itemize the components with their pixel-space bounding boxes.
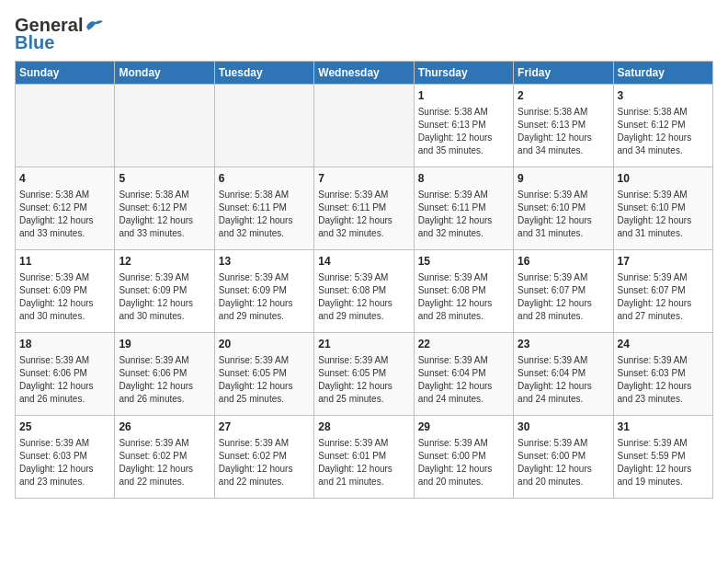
day-number: 21 bbox=[318, 337, 409, 352]
day-info: Sunrise: 5:38 AM Sunset: 6:11 PM Dayligh… bbox=[219, 189, 310, 240]
day-cell: 20Sunrise: 5:39 AM Sunset: 6:05 PM Dayli… bbox=[214, 333, 313, 416]
day-cell bbox=[115, 85, 214, 167]
day-cell: 13Sunrise: 5:39 AM Sunset: 6:09 PM Dayli… bbox=[214, 250, 313, 333]
day-info: Sunrise: 5:39 AM Sunset: 6:06 PM Dayligh… bbox=[119, 354, 210, 406]
day-info: Sunrise: 5:39 AM Sunset: 6:07 PM Dayligh… bbox=[618, 271, 709, 323]
day-cell: 14Sunrise: 5:39 AM Sunset: 6:08 PM Dayli… bbox=[314, 250, 414, 333]
col-header-tuesday: Tuesday bbox=[214, 62, 313, 85]
day-cell: 7Sunrise: 5:39 AM Sunset: 6:11 PM Daylig… bbox=[314, 167, 414, 250]
day-info: Sunrise: 5:39 AM Sunset: 6:07 PM Dayligh… bbox=[518, 271, 609, 323]
day-number: 9 bbox=[518, 171, 609, 187]
day-number: 12 bbox=[119, 254, 210, 270]
week-row-3: 11Sunrise: 5:39 AM Sunset: 6:09 PM Dayli… bbox=[16, 250, 713, 333]
day-cell: 5Sunrise: 5:38 AM Sunset: 6:12 PM Daylig… bbox=[115, 167, 214, 250]
col-header-thursday: Thursday bbox=[414, 62, 513, 85]
day-number: 11 bbox=[19, 254, 110, 270]
day-info: Sunrise: 5:39 AM Sunset: 6:00 PM Dayligh… bbox=[418, 437, 509, 488]
day-info: Sunrise: 5:39 AM Sunset: 6:10 PM Dayligh… bbox=[618, 189, 709, 240]
day-cell: 11Sunrise: 5:39 AM Sunset: 6:09 PM Dayli… bbox=[16, 250, 115, 333]
day-cell: 12Sunrise: 5:39 AM Sunset: 6:09 PM Dayli… bbox=[115, 250, 214, 333]
day-number: 18 bbox=[19, 337, 110, 352]
day-cell: 10Sunrise: 5:39 AM Sunset: 6:10 PM Dayli… bbox=[613, 167, 712, 250]
day-info: Sunrise: 5:39 AM Sunset: 6:08 PM Dayligh… bbox=[418, 271, 509, 323]
day-info: Sunrise: 5:39 AM Sunset: 6:03 PM Dayligh… bbox=[19, 437, 110, 488]
logo-bird-icon bbox=[85, 17, 105, 34]
header: General Blue bbox=[15, 15, 713, 53]
col-header-saturday: Saturday bbox=[613, 62, 712, 85]
day-info: Sunrise: 5:39 AM Sunset: 6:02 PM Dayligh… bbox=[219, 437, 310, 488]
day-number: 26 bbox=[119, 419, 210, 435]
day-number: 4 bbox=[19, 171, 110, 187]
day-number: 16 bbox=[518, 254, 609, 270]
day-info: Sunrise: 5:38 AM Sunset: 6:12 PM Dayligh… bbox=[618, 106, 709, 157]
day-number: 3 bbox=[618, 88, 709, 104]
day-cell: 17Sunrise: 5:39 AM Sunset: 6:07 PM Dayli… bbox=[613, 250, 712, 333]
logo: General Blue bbox=[15, 15, 105, 53]
day-cell: 6Sunrise: 5:38 AM Sunset: 6:11 PM Daylig… bbox=[214, 167, 313, 250]
day-cell: 15Sunrise: 5:39 AM Sunset: 6:08 PM Dayli… bbox=[414, 250, 513, 333]
day-cell: 30Sunrise: 5:39 AM Sunset: 6:00 PM Dayli… bbox=[514, 416, 613, 499]
day-cell bbox=[16, 85, 115, 167]
day-cell: 23Sunrise: 5:39 AM Sunset: 6:04 PM Dayli… bbox=[514, 333, 613, 416]
day-info: Sunrise: 5:39 AM Sunset: 6:11 PM Dayligh… bbox=[418, 189, 509, 240]
logo-blue: Blue bbox=[15, 32, 54, 53]
day-cell: 26Sunrise: 5:39 AM Sunset: 6:02 PM Dayli… bbox=[115, 416, 214, 499]
col-header-wednesday: Wednesday bbox=[314, 62, 414, 85]
day-cell: 28Sunrise: 5:39 AM Sunset: 6:01 PM Dayli… bbox=[314, 416, 414, 499]
col-header-monday: Monday bbox=[115, 62, 214, 85]
day-cell: 31Sunrise: 5:39 AM Sunset: 5:59 PM Dayli… bbox=[613, 416, 712, 499]
day-info: Sunrise: 5:39 AM Sunset: 6:02 PM Dayligh… bbox=[119, 437, 210, 488]
day-info: Sunrise: 5:39 AM Sunset: 6:08 PM Dayligh… bbox=[318, 271, 409, 323]
day-info: Sunrise: 5:38 AM Sunset: 6:13 PM Dayligh… bbox=[518, 106, 609, 157]
day-info: Sunrise: 5:39 AM Sunset: 6:09 PM Dayligh… bbox=[19, 271, 110, 323]
day-number: 30 bbox=[518, 419, 609, 435]
day-cell: 22Sunrise: 5:39 AM Sunset: 6:04 PM Dayli… bbox=[414, 333, 513, 416]
week-row-2: 4Sunrise: 5:38 AM Sunset: 6:12 PM Daylig… bbox=[16, 167, 713, 250]
day-cell: 2Sunrise: 5:38 AM Sunset: 6:13 PM Daylig… bbox=[514, 85, 613, 167]
day-cell: 4Sunrise: 5:38 AM Sunset: 6:12 PM Daylig… bbox=[16, 167, 115, 250]
day-cell: 3Sunrise: 5:38 AM Sunset: 6:12 PM Daylig… bbox=[613, 85, 712, 167]
day-number: 24 bbox=[618, 337, 709, 352]
day-cell: 18Sunrise: 5:39 AM Sunset: 6:06 PM Dayli… bbox=[16, 333, 115, 416]
day-cell: 9Sunrise: 5:39 AM Sunset: 6:10 PM Daylig… bbox=[514, 167, 613, 250]
day-cell: 29Sunrise: 5:39 AM Sunset: 6:00 PM Dayli… bbox=[414, 416, 513, 499]
day-number: 6 bbox=[219, 171, 310, 187]
day-cell: 8Sunrise: 5:39 AM Sunset: 6:11 PM Daylig… bbox=[414, 167, 513, 250]
day-info: Sunrise: 5:39 AM Sunset: 6:05 PM Dayligh… bbox=[318, 354, 409, 406]
week-row-1: 1Sunrise: 5:38 AM Sunset: 6:13 PM Daylig… bbox=[16, 85, 713, 167]
day-info: Sunrise: 5:38 AM Sunset: 6:12 PM Dayligh… bbox=[119, 189, 210, 240]
day-number: 13 bbox=[219, 254, 310, 270]
day-number: 1 bbox=[418, 88, 509, 104]
day-number: 8 bbox=[418, 171, 509, 187]
day-number: 31 bbox=[618, 419, 709, 435]
week-row-4: 18Sunrise: 5:39 AM Sunset: 6:06 PM Dayli… bbox=[16, 333, 713, 416]
day-info: Sunrise: 5:38 AM Sunset: 6:12 PM Dayligh… bbox=[19, 189, 110, 240]
day-cell: 27Sunrise: 5:39 AM Sunset: 6:02 PM Dayli… bbox=[214, 416, 313, 499]
day-number: 19 bbox=[119, 337, 210, 352]
day-number: 7 bbox=[318, 171, 409, 187]
day-number: 29 bbox=[418, 419, 509, 435]
day-info: Sunrise: 5:39 AM Sunset: 6:04 PM Dayligh… bbox=[418, 354, 509, 406]
day-number: 27 bbox=[219, 419, 310, 435]
day-number: 5 bbox=[119, 171, 210, 187]
day-cell: 16Sunrise: 5:39 AM Sunset: 6:07 PM Dayli… bbox=[514, 250, 613, 333]
day-cell: 24Sunrise: 5:39 AM Sunset: 6:03 PM Dayli… bbox=[613, 333, 712, 416]
day-info: Sunrise: 5:39 AM Sunset: 6:05 PM Dayligh… bbox=[219, 354, 310, 406]
day-number: 2 bbox=[518, 88, 609, 104]
header-row: SundayMondayTuesdayWednesdayThursdayFrid… bbox=[16, 62, 713, 85]
day-number: 10 bbox=[618, 171, 709, 187]
day-info: Sunrise: 5:39 AM Sunset: 5:59 PM Dayligh… bbox=[618, 437, 709, 488]
day-info: Sunrise: 5:39 AM Sunset: 6:11 PM Dayligh… bbox=[318, 189, 409, 240]
day-number: 15 bbox=[418, 254, 509, 270]
col-header-friday: Friday bbox=[514, 62, 613, 85]
calendar-table: SundayMondayTuesdayWednesdayThursdayFrid… bbox=[15, 61, 713, 499]
day-cell: 1Sunrise: 5:38 AM Sunset: 6:13 PM Daylig… bbox=[414, 85, 513, 167]
day-info: Sunrise: 5:39 AM Sunset: 6:04 PM Dayligh… bbox=[518, 354, 609, 406]
day-info: Sunrise: 5:38 AM Sunset: 6:13 PM Dayligh… bbox=[418, 106, 509, 157]
day-cell bbox=[214, 85, 313, 167]
day-number: 17 bbox=[618, 254, 709, 270]
day-cell: 21Sunrise: 5:39 AM Sunset: 6:05 PM Dayli… bbox=[314, 333, 414, 416]
week-row-5: 25Sunrise: 5:39 AM Sunset: 6:03 PM Dayli… bbox=[16, 416, 713, 499]
day-info: Sunrise: 5:39 AM Sunset: 6:06 PM Dayligh… bbox=[19, 354, 110, 406]
day-number: 23 bbox=[518, 337, 609, 352]
